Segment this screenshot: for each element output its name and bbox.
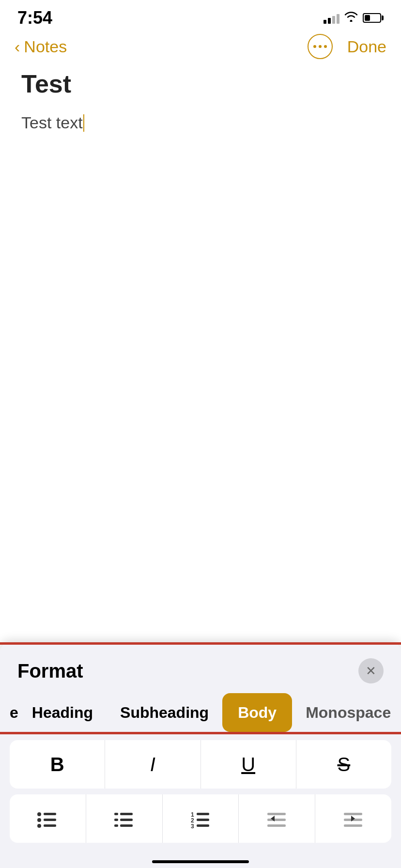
formatting-buttons-row: B I U S: [10, 740, 391, 789]
signal-icon: [324, 12, 339, 24]
strikethrough-button[interactable]: S: [296, 740, 391, 789]
battery-icon: [363, 13, 384, 23]
status-bar: 7:54: [0, 0, 401, 29]
note-body-text: Test text: [21, 113, 83, 132]
nav-right-actions: Done: [308, 34, 386, 59]
text-cursor: [83, 114, 85, 132]
style-monospace[interactable]: Monospace: [292, 693, 401, 732]
svg-point-4: [37, 824, 41, 828]
indent-right-icon: [341, 806, 366, 831]
svg-rect-9: [120, 819, 133, 821]
back-label: Notes: [24, 37, 67, 56]
svg-rect-22: [344, 813, 362, 815]
red-divider-bottom: [0, 732, 401, 734]
svg-rect-13: [197, 813, 209, 815]
bullet-list-icon: [35, 806, 60, 831]
svg-rect-1: [44, 813, 56, 815]
style-subheading[interactable]: Subheading: [107, 693, 222, 732]
bullet-list-button[interactable]: [10, 794, 86, 843]
svg-rect-5: [44, 824, 56, 827]
style-heading[interactable]: Heading: [18, 693, 107, 732]
svg-rect-7: [120, 813, 133, 815]
svg-rect-11: [120, 824, 133, 827]
list-buttons-row: 1 2 3: [10, 794, 391, 843]
dash-list-icon: [112, 806, 136, 831]
indent-left-icon: [265, 806, 289, 831]
format-close-button[interactable]: ✕: [358, 658, 384, 683]
note-title: Test: [21, 69, 380, 99]
svg-rect-19: [267, 819, 286, 821]
svg-rect-15: [197, 819, 209, 821]
italic-button[interactable]: I: [105, 740, 200, 789]
svg-rect-17: [197, 824, 209, 827]
underline-button[interactable]: U: [201, 740, 296, 789]
svg-point-2: [37, 818, 41, 822]
note-body[interactable]: Test text: [21, 113, 380, 132]
svg-point-0: [37, 812, 41, 816]
svg-rect-10: [114, 824, 118, 827]
svg-rect-24: [344, 824, 362, 827]
dash-list-button[interactable]: [86, 794, 163, 843]
numbered-list-button[interactable]: 1 2 3: [163, 794, 239, 843]
status-icons: [324, 11, 384, 25]
done-button[interactable]: Done: [347, 37, 386, 56]
numbered-list-icon: 1 2 3: [188, 806, 213, 831]
status-time: 7:54: [17, 8, 52, 28]
svg-text:3: 3: [191, 823, 194, 830]
svg-rect-8: [114, 819, 118, 821]
svg-rect-18: [267, 813, 286, 815]
bold-button[interactable]: B: [10, 740, 105, 789]
svg-rect-6: [114, 813, 118, 815]
home-indicator: [152, 860, 249, 863]
indent-increase-button[interactable]: [315, 794, 391, 843]
style-partial-char: e: [0, 693, 18, 732]
style-body[interactable]: Body: [222, 693, 292, 732]
nav-bar: ‹ Notes Done: [0, 29, 401, 64]
close-icon: ✕: [366, 664, 376, 679]
format-title: Format: [17, 660, 83, 682]
format-header: Format ✕: [0, 645, 401, 693]
indent-decrease-button[interactable]: [239, 794, 315, 843]
more-dots-icon: [313, 45, 327, 48]
style-selector-row: e Heading Subheading Body Monospace: [0, 693, 401, 732]
back-button[interactable]: ‹ Notes: [15, 37, 67, 56]
svg-rect-3: [44, 819, 56, 821]
more-options-button[interactable]: [308, 34, 333, 59]
format-panel: Format ✕ e Heading Subheading Body Monos…: [0, 642, 401, 868]
note-content[interactable]: Test Test text: [0, 64, 401, 142]
chevron-left-icon: ‹: [15, 37, 20, 56]
svg-rect-20: [267, 824, 286, 827]
wifi-icon: [344, 11, 358, 25]
